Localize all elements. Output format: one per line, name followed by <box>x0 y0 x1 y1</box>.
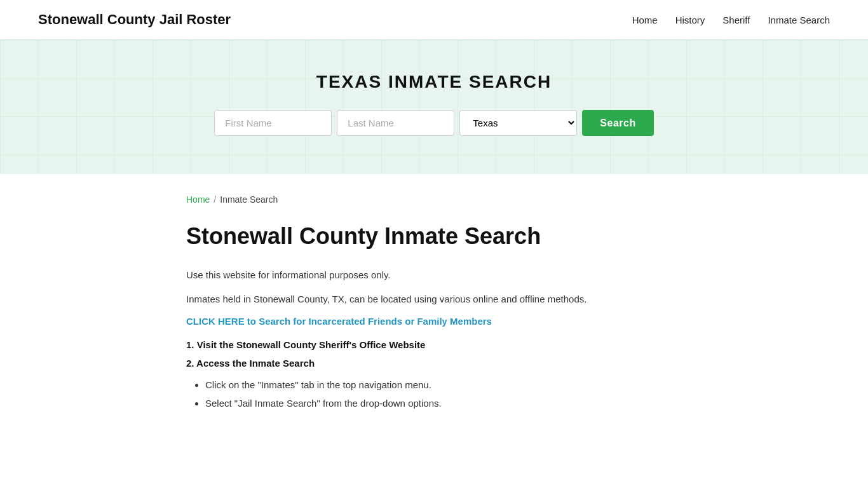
breadcrumb-separator: / <box>214 194 216 205</box>
main-content: Home / Inmate Search Stonewall County In… <box>148 174 720 458</box>
hero-section: TEXAS INMATE SEARCH AlabamaAlaskaArizona… <box>0 40 868 174</box>
site-header: Stonewall County Jail Roster Home Histor… <box>0 0 868 40</box>
bullet-list: Click on the "Inmates" tab in the top na… <box>186 376 682 412</box>
breadcrumb-home-link[interactable]: Home <box>186 194 210 205</box>
state-select[interactable]: AlabamaAlaskaArizonaArkansasCaliforniaCo… <box>459 110 577 136</box>
cta-link[interactable]: CLICK HERE to Search for Incarcerated Fr… <box>186 316 682 327</box>
intro-para-2: Inmates held in Stonewall County, TX, ca… <box>186 292 682 307</box>
bullet-item: Click on the "Inmates" tab in the top na… <box>205 376 682 393</box>
nav-home[interactable]: Home <box>632 15 658 25</box>
breadcrumb: Home / Inmate Search <box>186 194 682 205</box>
nav-history[interactable]: History <box>675 15 705 25</box>
search-button[interactable]: Search <box>582 110 653 136</box>
main-nav: Home History Sheriff Inmate Search <box>632 15 830 25</box>
last-name-input[interactable] <box>337 110 454 136</box>
hero-title: TEXAS INMATE SEARCH <box>13 72 855 92</box>
nav-inmate-search[interactable]: Inmate Search <box>768 15 830 25</box>
step-1-heading: 1. Visit the Stonewall County Sheriff's … <box>186 339 682 350</box>
search-form: AlabamaAlaskaArizonaArkansasCaliforniaCo… <box>13 110 855 136</box>
page-title: Stonewall County Inmate Search <box>186 222 682 250</box>
nav-sheriff[interactable]: Sheriff <box>722 15 750 25</box>
first-name-input[interactable] <box>214 110 332 136</box>
breadcrumb-current: Inmate Search <box>220 194 278 205</box>
site-title: Stonewall County Jail Roster <box>38 11 231 28</box>
step-2-heading: 2. Access the Inmate Search <box>186 358 682 369</box>
bullet-item: Select "Jail Inmate Search" from the dro… <box>205 395 682 412</box>
intro-para-1: Use this website for informational purpo… <box>186 268 682 283</box>
